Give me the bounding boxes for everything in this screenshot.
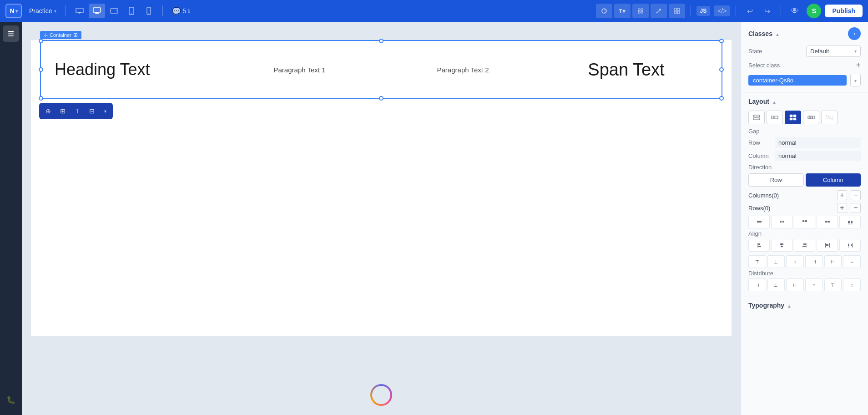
redo-button[interactable]: ↪ — [759, 4, 775, 18]
class-dropdown-btn[interactable]: ▾ — [850, 74, 861, 86]
svg-rect-62 — [803, 243, 806, 245]
typography-section: Typography — [741, 297, 868, 314]
device-mobile-btn[interactable] — [141, 4, 157, 18]
row-gap-input[interactable] — [775, 137, 861, 148]
device-group — [71, 4, 157, 18]
align-b1-btn[interactable]: ⊤ — [748, 255, 766, 268]
device-tablet-landscape-btn[interactable] — [106, 4, 122, 18]
rows-remove-btn[interactable]: − — [851, 203, 861, 213]
layout-flex-btn[interactable] — [803, 111, 819, 124]
align-top-center-btn[interactable] — [771, 216, 792, 228]
svg-rect-54 — [851, 221, 853, 223]
columns-add-btn[interactable]: + — [837, 190, 847, 200]
component-tool-btn[interactable] — [669, 4, 685, 18]
align-right-btn[interactable] — [794, 239, 815, 252]
heading-text[interactable]: Heading Text — [55, 60, 218, 79]
shape-tool-btn[interactable] — [632, 4, 649, 18]
chat-button[interactable]: 💬 5 ℹ — [168, 5, 194, 17]
rows-add-btn[interactable]: + — [837, 203, 847, 213]
toolbar-component-btn[interactable]: ⊟ — [86, 105, 98, 117]
align-b4-btn[interactable]: ⊣ — [805, 255, 823, 268]
svg-rect-35 — [810, 116, 812, 119]
layout-collapse-icon[interactable] — [772, 98, 777, 105]
para-text-1[interactable]: Paragraph Text 1 — [218, 66, 381, 74]
toolbar-more-btn[interactable]: ▾ — [100, 105, 110, 117]
bug-icon[interactable]: 🐛 — [3, 391, 19, 408]
direction-column-btn[interactable]: Column — [806, 173, 861, 187]
align-hcenter-btn[interactable] — [771, 239, 792, 252]
resize-handle-br[interactable] — [719, 96, 724, 101]
svg-rect-27 — [753, 118, 760, 120]
device-tablet-portrait-btn[interactable] — [123, 4, 140, 18]
align-b3-btn[interactable]: ↕ — [786, 255, 804, 268]
panel-expand-btn[interactable]: › — [848, 27, 861, 40]
state-chevron-icon: ▾ — [854, 49, 857, 54]
layout-section-header: Layout — [748, 98, 861, 105]
align-left-btn[interactable] — [748, 239, 770, 252]
align-justify-btn[interactable] — [817, 239, 838, 252]
resize-handle-bm[interactable] — [379, 96, 384, 101]
undo-button[interactable]: ↩ — [742, 4, 758, 18]
layout-title: Layout — [748, 98, 777, 105]
svg-rect-3 — [93, 8, 101, 12]
device-desktop-large-btn[interactable] — [71, 4, 88, 18]
layout-grid-btn[interactable] — [785, 111, 801, 124]
align-b6-btn[interactable]: ↔ — [843, 255, 861, 268]
pen-tool-btn[interactable] — [651, 4, 667, 18]
publish-button[interactable]: Publish — [825, 5, 863, 17]
align-center-btn[interactable] — [794, 216, 815, 228]
dist-2-btn[interactable]: ⊥ — [767, 278, 785, 291]
js-button[interactable]: JS — [696, 6, 711, 16]
canvas-inner: ⊹ Container ⊞ Heading Text Paragr — [31, 40, 732, 336]
layout-inline-btn[interactable] — [767, 111, 783, 124]
expand-icon: › — [853, 30, 855, 37]
layout-block-btn[interactable] — [748, 111, 765, 124]
columns-remove-btn[interactable]: − — [851, 190, 861, 200]
resize-handle-rm[interactable] — [719, 67, 724, 72]
distribute-row: ⊣ ⊥ ⊢ ≡ ⊤ ↕ — [748, 278, 861, 291]
preview-button[interactable]: 👁 — [787, 4, 803, 18]
layers-button[interactable] — [3, 25, 19, 42]
logo-button[interactable]: N ▾ — [5, 4, 22, 18]
resize-handle-bl[interactable] — [39, 96, 43, 101]
project-name-button[interactable]: Practice ▾ — [25, 5, 60, 16]
toolbar-grid-btn[interactable]: ⊞ — [56, 105, 69, 117]
classes-collapse-icon[interactable] — [775, 30, 780, 37]
layout-none-btn[interactable] — [821, 111, 838, 124]
column-gap-input[interactable] — [775, 151, 861, 161]
project-name-label: Practice — [29, 7, 52, 15]
dist-5-btn[interactable]: ⊤ — [824, 278, 842, 291]
state-select[interactable]: Default ▾ — [806, 46, 861, 57]
para-text-2[interactable]: Paragraph Text 2 — [381, 66, 545, 74]
align-space-between-btn[interactable] — [839, 239, 861, 252]
class-tag[interactable]: container-Qs8o — [748, 75, 847, 86]
selected-container[interactable]: ⊹ Container ⊞ Heading Text Paragr — [40, 40, 722, 99]
container-label-text: Container — [50, 32, 71, 38]
span-text[interactable]: Span Text — [545, 60, 708, 80]
dist-1-btn[interactable]: ⊣ — [748, 278, 766, 291]
resize-handle-tm[interactable] — [379, 39, 384, 43]
align-stretch-btn[interactable] — [839, 216, 861, 228]
dist-6-btn[interactable]: ↕ — [843, 278, 861, 291]
toolbar-add-btn[interactable]: ⊕ — [42, 105, 55, 117]
dist-3-btn[interactable]: ⊢ — [786, 278, 804, 291]
nav-divider-4 — [736, 5, 736, 16]
resize-handle-lm[interactable] — [39, 67, 43, 72]
device-desktop-btn[interactable] — [89, 4, 105, 18]
align-b5-btn[interactable]: ⊢ — [824, 255, 842, 268]
align-top-left-btn[interactable] — [748, 216, 770, 228]
resize-handle-tl[interactable] — [39, 39, 43, 43]
svg-rect-16 — [638, 11, 640, 13]
align-right-top-btn[interactable] — [817, 216, 838, 228]
direction-row-btn[interactable]: Row — [748, 173, 804, 187]
share-button[interactable]: S — [807, 4, 821, 18]
code-button[interactable]: </> — [714, 5, 730, 16]
typography-collapse-icon[interactable] — [787, 302, 792, 309]
align-b2-btn[interactable]: ⊥ — [767, 255, 785, 268]
resize-handle-tr[interactable] — [719, 39, 724, 43]
selector-tool-btn[interactable] — [596, 4, 612, 18]
toolbar-text-btn[interactable]: T — [71, 105, 84, 117]
dist-4-btn[interactable]: ≡ — [805, 278, 823, 291]
add-class-btn[interactable]: + — [856, 61, 861, 70]
text-tool-btn[interactable]: T▾ — [614, 4, 631, 18]
